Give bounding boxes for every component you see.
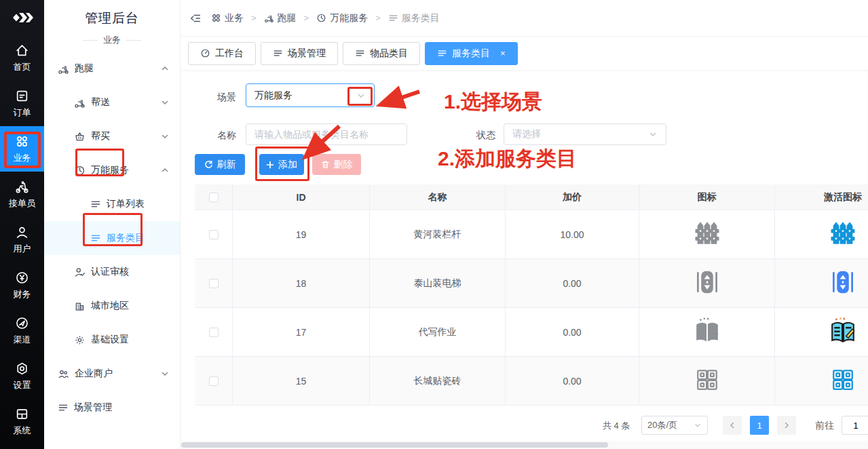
rail-item-label: 渠道 [14,334,31,346]
sidebar-item-order-list[interactable]: 订单列表 [44,187,180,221]
column-header-name: 名称 [370,184,506,210]
rail-item-courier[interactable]: 接单员 [0,172,44,217]
row-price: 0.00 [506,308,639,356]
table-row: 17 代写作业 0.00 [195,308,868,357]
tab-close-icon[interactable]: × [500,48,506,58]
column-header-id: ID [233,184,370,210]
refresh-button[interactable]: 刷新 [195,154,245,175]
rail-item-label: 首页 [14,61,31,73]
row-name: 代写作业 [370,308,506,356]
logo-icon [10,11,35,24]
chevron-up-icon [161,64,169,73]
rail-item-label: 用户 [14,243,31,255]
rail-item-settings[interactable]: 设置 [0,353,44,399]
goto-page-input[interactable] [842,416,868,435]
sidebar-section-label: 业务 [44,34,180,46]
horizontal-scrollbar[interactable] [180,441,868,449]
sidebar-item-city-region[interactable]: 城市地区 [44,289,180,323]
table-row: 19 黄河装栏杆 10.00 [195,210,868,259]
tab-service-category[interactable]: 服务类目 × [425,42,518,65]
sidebar-item-bangmai[interactable]: 帮买 [44,119,180,153]
sidebar-item-auth-review[interactable]: 认证审核 [44,255,180,289]
content-panel: 场景 万能服务 名称 状态 请选择 刷新 添加 删除 [180,70,868,449]
name-filter-input[interactable] [254,129,398,140]
sidebar-item-enterprise-merchant[interactable]: 企业商户 [44,357,180,391]
rail-item-channel[interactable]: 渠道 [0,308,44,353]
app-logo[interactable] [0,0,44,35]
service-category-table: ID 名称 加价 图标 激活图标 19 黄河装栏杆 10.00 18 [195,184,868,406]
breadcrumb-item-paotui[interactable]: 跑腿 [264,12,297,24]
list-icon [388,13,398,23]
menu-fold-icon[interactable] [189,12,202,24]
chevron-left-icon [728,421,736,429]
breadcrumb-label: 跑腿 [278,12,297,24]
plus-icon [266,161,274,169]
universal-service-icon [316,13,326,23]
chevron-down-icon [356,91,366,100]
delete-button[interactable]: 删除 [312,154,361,175]
tab-scene-management[interactable]: 场景管理 [261,42,338,65]
rail-item-business[interactable]: 业务 [0,126,44,172]
rail-item-user[interactable]: 用户 [0,217,44,262]
add-button-label: 添加 [278,159,297,171]
sidebar-item-universal-service[interactable]: 万能服务 [44,153,180,187]
list-icon [355,48,365,58]
tab-label: 物品类目 [370,47,408,60]
breadcrumb-item-business[interactable]: 业务 [211,12,244,24]
refresh-icon [204,160,213,169]
page-size-select[interactable]: 20条/页 [641,416,708,435]
sidebar-item-label: 订单列表 [107,198,145,210]
book-icon [692,316,723,348]
row-checkbox[interactable] [209,376,219,386]
basket-icon [74,131,86,142]
user-icon [15,225,29,239]
rail-item-order[interactable]: 订单 [0,81,44,126]
page-number-button[interactable]: 1 [750,416,769,435]
row-checkbox[interactable] [209,279,219,288]
table-row: 18 泰山装电梯 0.00 [195,259,868,308]
sidebar-item-label: 帮送 [91,96,110,109]
dashboard-icon [200,48,210,58]
gear-icon [74,334,86,346]
add-button[interactable]: 添加 [259,154,304,175]
rail-item-system[interactable]: 系统 [0,399,44,444]
sidebar-item-bangsong[interactable]: 帮送 [44,85,180,119]
rail-item-label: 业务 [14,152,31,164]
row-checkbox[interactable] [209,230,219,239]
scene-select[interactable]: 万能服务 [246,83,375,107]
prev-page-button[interactable] [723,416,742,435]
elevator-active-icon [829,268,856,298]
order-icon [15,89,29,103]
settings-icon [15,362,29,376]
primary-rail: 首页 订单 业务 接单员 用户 财务 渠道 设置 系统 [0,0,44,449]
tabs-bar: 工作台 场景管理 物品类目 服务类目 × [180,37,868,70]
rail-item-home[interactable]: 首页 [0,35,44,81]
status-select[interactable]: 请选择 [504,123,666,145]
sidebar-item-label: 认证审核 [91,266,129,278]
breadcrumb-separator: > [375,13,381,23]
breadcrumb-item-universal-service[interactable]: 万能服务 [316,12,368,24]
column-header-icon: 图标 [639,184,775,210]
list-icon [273,48,283,58]
sidebar-item-basic-settings[interactable]: 基础设置 [44,323,180,357]
sidebar-item-label: 帮买 [91,130,110,142]
select-all-checkbox[interactable] [209,193,219,202]
sidebar-item-label: 基础设置 [91,334,129,346]
sidebar-item-scene-management[interactable]: 场景管理 [44,391,180,425]
next-page-button[interactable] [777,416,796,435]
chevron-down-icon [648,130,658,139]
column-header-active-icon: 激活图标 [775,184,868,210]
tab-label: 服务类目 [452,47,490,60]
sidebar-item-service-category[interactable]: 服务类目 [44,221,180,255]
horizontal-scrollbar-thumb[interactable] [181,442,608,448]
row-checkbox[interactable] [209,328,219,337]
tab-goods-category[interactable]: 物品类目 [343,42,420,65]
fence-icon [692,220,722,249]
courier-icon [15,180,29,194]
chevron-right-icon [782,421,791,429]
tab-workbench[interactable]: 工作台 [188,42,256,65]
scooter-icon [74,97,86,109]
chevron-down-icon [161,98,169,106]
rail-item-finance[interactable]: 财务 [0,262,44,308]
sidebar-item-paotui[interactable]: 跑腿 [44,52,180,85]
